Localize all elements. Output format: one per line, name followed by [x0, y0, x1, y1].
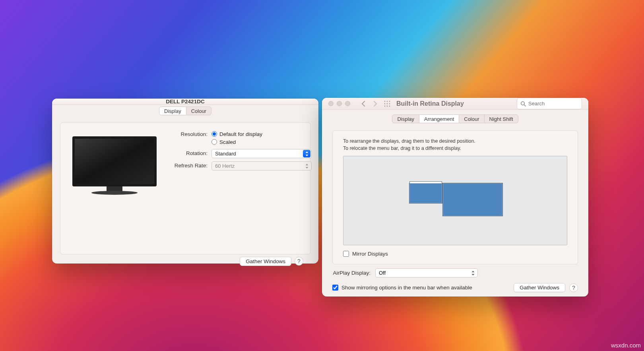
help-button[interactable]: ? [295, 257, 303, 266]
mirror-displays-checkbox[interactable]: Mirror Displays [343, 251, 567, 257]
svg-point-11 [387, 105, 388, 107]
footer: Gather Windows ? [60, 254, 310, 271]
radio-default-for-display[interactable]: Default for display [211, 130, 312, 138]
gather-windows-button[interactable]: Gather Windows [514, 283, 565, 292]
window-title: DELL P2421DC [166, 99, 204, 105]
window-external-display: DELL P2421DC Display Colour [52, 99, 318, 264]
menubar-handle[interactable] [409, 181, 442, 183]
traffic-lights [328, 101, 350, 106]
help-button[interactable]: ? [569, 283, 578, 292]
lower-panel: AirPlay Display: Off [322, 268, 588, 283]
tab-display[interactable]: Display [392, 115, 419, 123]
tabs-segmented: Display Arrangement Colour Night Shift [392, 114, 518, 123]
arrangement-arena[interactable] [343, 156, 567, 245]
svg-point-6 [389, 101, 390, 102]
zoom-icon[interactable] [345, 101, 350, 106]
toolbar[interactable]: Built-in Retina Display [322, 98, 588, 110]
stepper-icon [303, 162, 310, 170]
gather-windows-button[interactable]: Gather Windows [240, 257, 291, 266]
stepper-icon [303, 150, 310, 157]
show-mirroring-checkbox[interactable]: Show mirroring options in the menu bar w… [332, 285, 472, 291]
rotation-select[interactable]: Standard [211, 149, 312, 158]
tab-colour[interactable]: Colour [459, 115, 484, 123]
radio-default-input[interactable] [211, 131, 217, 137]
tab-night-shift[interactable]: Night Shift [484, 115, 518, 123]
search-input[interactable] [528, 101, 578, 107]
display-tile-2[interactable] [442, 183, 503, 216]
forward-button [371, 99, 380, 109]
tabs-wrap: Display Arrangement Colour Night Shift [332, 114, 578, 123]
tabs-wrap: Display Colour [60, 112, 310, 120]
search-icon [520, 101, 526, 107]
label-resolution: Resolution: [165, 130, 211, 137]
show-all-button[interactable] [383, 99, 392, 109]
svg-point-3 [91, 191, 138, 195]
close-icon[interactable] [328, 101, 334, 106]
airplay-value: Off [379, 270, 386, 276]
radio-scaled-label: Scaled [219, 139, 236, 145]
mirror-displays-input[interactable] [343, 251, 349, 257]
label-airplay: AirPlay Display: [332, 270, 370, 276]
show-mirroring-label: Show mirroring options in the menu bar w… [341, 285, 472, 291]
svg-rect-2 [107, 186, 122, 191]
refresh-value: 60 Hertz [215, 163, 235, 169]
form: Resolution: Default for display Scaled [165, 129, 312, 247]
settings-box: Resolution: Default for display Scaled [60, 122, 310, 254]
titlebar[interactable]: DELL P2421DC [52, 99, 318, 105]
window-title: Built-in Retina Display [396, 100, 464, 107]
search-field[interactable] [517, 98, 582, 109]
svg-point-12 [389, 105, 390, 107]
svg-point-4 [384, 101, 386, 102]
display-tile-1[interactable] [409, 183, 442, 204]
svg-point-5 [387, 101, 388, 102]
watermark: wsxdn.com [611, 342, 641, 349]
show-mirroring-input[interactable] [332, 285, 338, 291]
label-refresh: Refresh Rate: [165, 161, 211, 169]
svg-point-10 [384, 105, 386, 107]
window-body: Display Colour [52, 105, 318, 273]
stepper-icon [469, 269, 477, 277]
arrangement-box: To rearrange the displays, drag them to … [332, 130, 578, 264]
hint-line-1: To rearrange the displays, drag them to … [343, 138, 567, 145]
svg-line-14 [524, 105, 526, 106]
footer: Show mirroring options in the menu bar w… [322, 283, 588, 299]
window-body: Display Arrangement Colour Night Shift T… [322, 110, 588, 268]
tab-colour[interactable]: Colour [186, 107, 211, 115]
tabs-segmented: Display Colour [159, 107, 211, 115]
hint-line-2: To relocate the menu bar, drag it to a d… [343, 145, 567, 152]
label-rotation: Rotation: [165, 149, 211, 156]
tab-arrangement[interactable]: Arrangement [419, 115, 459, 123]
monitor-illustration [72, 136, 157, 195]
refresh-select: 60 Hertz [211, 161, 312, 171]
tab-display[interactable]: Display [159, 107, 186, 115]
radio-default-label: Default for display [219, 131, 262, 137]
rotation-value: Standard [215, 151, 236, 157]
airplay-row: AirPlay Display: Off [332, 268, 578, 277]
radio-scaled[interactable]: Scaled [211, 138, 312, 146]
airplay-select[interactable]: Off [375, 268, 478, 277]
svg-point-9 [389, 103, 390, 104]
svg-point-8 [387, 103, 388, 104]
minimize-icon[interactable] [337, 101, 342, 106]
radio-scaled-input[interactable] [211, 139, 217, 145]
svg-rect-1 [75, 139, 154, 184]
svg-point-7 [384, 103, 386, 104]
back-button[interactable] [359, 99, 368, 109]
window-builtin-display: Built-in Retina Display Display Arrangem… [322, 98, 588, 297]
mirror-displays-label: Mirror Displays [352, 251, 388, 257]
